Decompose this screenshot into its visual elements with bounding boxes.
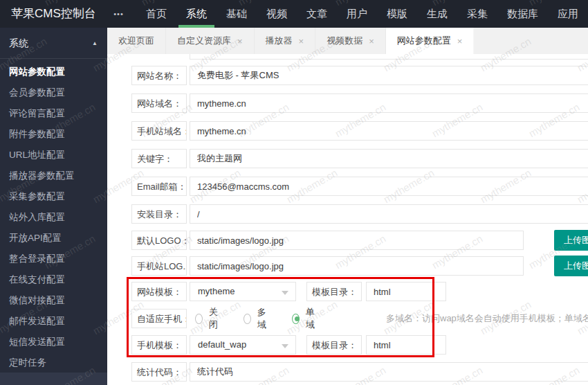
selected-value: default_wap bbox=[198, 336, 246, 354]
field-label: 手机站LOG... bbox=[131, 256, 187, 276]
site-template-dir-input[interactable] bbox=[366, 282, 446, 301]
site-domain-input[interactable] bbox=[190, 93, 588, 113]
mobile-template-select[interactable]: default_wap bbox=[190, 335, 296, 355]
nav-item-home[interactable]: 首页 bbox=[138, 0, 174, 28]
sidebar-item-wechat-config[interactable]: 微信对接配置 bbox=[0, 290, 107, 311]
radio-icon bbox=[195, 314, 203, 324]
sidebar-item-external-config[interactable]: 站外入库配置 bbox=[0, 207, 107, 228]
field-label: 网站名称： bbox=[131, 66, 187, 85]
nav-item-article[interactable]: 文章 bbox=[299, 0, 335, 28]
field-label: 模板目录： bbox=[306, 335, 362, 355]
upload-image-button[interactable]: 上传图片 bbox=[554, 230, 588, 251]
mobile-domain-input[interactable] bbox=[190, 121, 588, 141]
site-template-select[interactable]: mytheme bbox=[190, 282, 296, 301]
field-label: 默认LOGO： bbox=[131, 231, 187, 250]
nav-item-app[interactable]: 应用 bbox=[550, 0, 586, 28]
tab-label: 自定义资源库 bbox=[177, 35, 231, 47]
sidebar-item-api-config[interactable]: 开放API配置 bbox=[0, 228, 107, 249]
close-icon[interactable]: × bbox=[299, 36, 304, 46]
field-label: 自适应手机： bbox=[131, 309, 187, 328]
site-name-input[interactable] bbox=[190, 66, 588, 85]
tab-bar: 欢迎页面 自定义资源库 × 播放器 × 视频数据 × 网站参数配置 × bbox=[107, 28, 588, 54]
sidebar-item-collect-config[interactable]: 采集参数配置 bbox=[0, 186, 107, 207]
field-label: 模板目录： bbox=[306, 282, 362, 301]
sidebar-item-email-config[interactable]: 邮件发送配置 bbox=[0, 311, 107, 332]
sidebar-section-label: 系统 bbox=[9, 28, 28, 59]
field-label: 手机站域名： bbox=[131, 121, 187, 141]
app-title: 苹果CMS控制台 bbox=[0, 0, 113, 28]
default-logo-input[interactable] bbox=[190, 231, 524, 250]
upload-image-button[interactable]: 上传图片 bbox=[554, 256, 588, 276]
nav-item-collect[interactable]: 采集 bbox=[459, 0, 495, 28]
tab-label: 播放器 bbox=[266, 35, 293, 47]
field-label: 统计代码： bbox=[131, 362, 187, 382]
chevron-down-icon bbox=[282, 344, 288, 348]
field-label: 手机模板： bbox=[131, 335, 187, 355]
close-icon[interactable]: × bbox=[457, 36, 463, 46]
collapse-menu-icon[interactable]: ••• bbox=[113, 0, 136, 28]
field-label: 网站模板： bbox=[131, 282, 187, 301]
mobile-template-dir-input[interactable] bbox=[366, 335, 446, 355]
install-dir-input[interactable] bbox=[190, 204, 588, 224]
adaptive-mobile-hint: 多域名：访问wap域名会自动使用手机模板；单域名：手机访问 bbox=[386, 309, 588, 328]
sidebar-item-url-config[interactable]: URL地址配置 bbox=[0, 145, 107, 165]
radio-single-domain[interactable]: 单域 bbox=[292, 306, 318, 331]
sidebar-item-attachment-config[interactable]: 附件参数配置 bbox=[0, 124, 107, 145]
site-params-form: 网站名称： 网站域名： 手机站域名： 关键字： Email邮箱： 安装目录： 默… bbox=[107, 54, 588, 385]
sidebar-item-player-config[interactable]: 播放器参数配置 bbox=[0, 165, 107, 186]
nav-item-database[interactable]: 数据库 bbox=[499, 0, 546, 28]
sidebar-item-site-params[interactable]: 网站参数配置 bbox=[0, 62, 107, 82]
sidebar-item-login-config[interactable]: 整合登录配置 bbox=[0, 249, 107, 269]
caret-up-icon: ▲ bbox=[92, 28, 98, 59]
nav-item-basic[interactable]: 基础 bbox=[219, 0, 255, 28]
nav-item-template[interactable]: 模版 bbox=[379, 0, 415, 28]
tab-site-params[interactable]: 网站参数配置 × bbox=[386, 28, 475, 54]
sidebar-item-member-params[interactable]: 会员参数配置 bbox=[0, 82, 107, 103]
nav-item-system[interactable]: 系统 bbox=[178, 0, 214, 28]
close-icon[interactable]: × bbox=[369, 36, 374, 46]
stat-code-input[interactable] bbox=[190, 362, 588, 382]
field-label: 关键字： bbox=[131, 149, 187, 168]
radio-multi-domain[interactable]: 多域 bbox=[244, 306, 269, 331]
field-label: 网站域名： bbox=[131, 93, 187, 113]
top-bar: 苹果CMS控制台 ••• 首页 系统 基础 视频 文章 用户 模版 生成 采集 … bbox=[0, 0, 588, 28]
nav-item-generate[interactable]: 生成 bbox=[419, 0, 455, 28]
tab-label: 视频数据 bbox=[327, 35, 362, 47]
radio-icon bbox=[292, 314, 300, 324]
maccms-admin-page: 苹果CMS控制台 ••• 首页 系统 基础 视频 文章 用户 模版 生成 采集 … bbox=[0, 0, 588, 385]
clipped-row-above bbox=[190, 54, 588, 60]
mobile-logo-input[interactable] bbox=[190, 256, 524, 276]
field-label: Email邮箱： bbox=[131, 177, 187, 196]
close-icon[interactable]: × bbox=[237, 36, 243, 46]
top-nav: 首页 系统 基础 视频 文章 用户 模版 生成 采集 数据库 应用 bbox=[136, 0, 588, 28]
selected-value: mytheme bbox=[198, 283, 235, 301]
sidebar: 系统 ▲ 网站参数配置 会员参数配置 评论留言配置 附件参数配置 URL地址配置… bbox=[0, 28, 107, 385]
keywords-input[interactable] bbox=[190, 149, 588, 168]
tab-welcome[interactable]: 欢迎页面 bbox=[107, 28, 166, 54]
tab-label: 网站参数配置 bbox=[397, 35, 451, 47]
field-label: 安装目录： bbox=[131, 204, 187, 224]
sidebar-bottom-strip bbox=[0, 373, 107, 385]
sidebar-menu: 网站参数配置 会员参数配置 评论留言配置 附件参数配置 URL地址配置 播放器参… bbox=[0, 59, 107, 373]
tab-player[interactable]: 播放器 × bbox=[255, 28, 316, 54]
chevron-down-icon bbox=[282, 291, 288, 295]
radio-close[interactable]: 关闭 bbox=[195, 306, 221, 331]
sidebar-item-payment-config[interactable]: 在线支付配置 bbox=[0, 269, 107, 290]
tab-video-data[interactable]: 视频数据 × bbox=[315, 28, 386, 54]
email-input[interactable] bbox=[190, 177, 588, 196]
adaptive-mobile-radio-group: 关闭 多域 单域 bbox=[195, 309, 340, 328]
sidebar-item-sms-config[interactable]: 短信发送配置 bbox=[0, 332, 107, 352]
nav-item-user[interactable]: 用户 bbox=[339, 0, 375, 28]
radio-icon bbox=[244, 314, 251, 324]
sidebar-item-cron-task[interactable]: 定时任务 bbox=[0, 352, 107, 373]
tab-label: 欢迎页面 bbox=[118, 35, 154, 47]
nav-item-video[interactable]: 视频 bbox=[259, 0, 295, 28]
sidebar-section-system[interactable]: 系统 ▲ bbox=[0, 28, 107, 59]
sidebar-item-comment-config[interactable]: 评论留言配置 bbox=[0, 103, 107, 124]
tab-custom-resource[interactable]: 自定义资源库 × bbox=[166, 28, 255, 54]
